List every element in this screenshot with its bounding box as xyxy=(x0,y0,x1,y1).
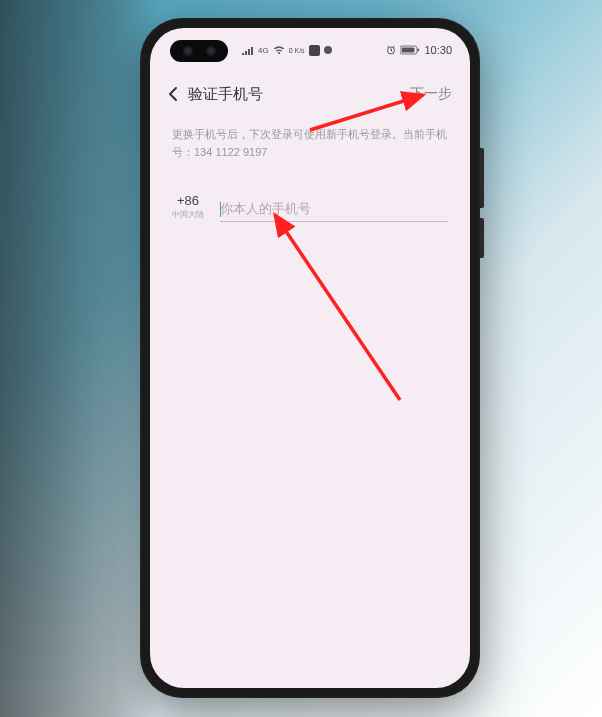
phone-input-wrap xyxy=(220,199,448,222)
next-button[interactable]: 下一步 xyxy=(410,85,452,103)
phone-frame: 4G 0 K/s 10:30 xyxy=(140,18,480,698)
battery-icon xyxy=(400,45,420,55)
description-text: 更换手机号后，下次登录可使用新手机号登录。当前手机 号：134 1122 919… xyxy=(172,126,448,161)
page-header: 验证手机号 下一步 xyxy=(150,72,470,116)
status-left: 4G 0 K/s xyxy=(242,45,332,56)
country-code-value: +86 xyxy=(177,193,199,208)
speed-label: 0 K/s xyxy=(289,47,305,54)
page-title: 验证手机号 xyxy=(188,85,263,104)
status-bar: 4G 0 K/s 10:30 xyxy=(150,38,470,62)
country-code-label: 中国大陆 xyxy=(172,209,204,220)
country-code-selector[interactable]: +86 中国大陆 xyxy=(172,193,204,222)
phone-side-button xyxy=(480,218,484,258)
input-cursor-icon xyxy=(220,202,221,217)
status-time: 10:30 xyxy=(424,44,452,56)
phone-side-button xyxy=(480,148,484,208)
status-right: 10:30 xyxy=(386,44,452,56)
svg-rect-2 xyxy=(402,48,415,53)
svg-rect-3 xyxy=(418,49,420,52)
wifi-icon xyxy=(273,45,285,55)
description-line: 更换手机号后，下次登录可使用新手机号登录。当前手机 xyxy=(172,126,448,144)
back-icon[interactable] xyxy=(168,86,178,102)
header-left: 验证手机号 xyxy=(168,85,263,104)
screen: 4G 0 K/s 10:30 xyxy=(150,28,470,688)
alarm-icon xyxy=(386,45,396,55)
hand-shadow xyxy=(0,0,160,717)
network-label: 4G xyxy=(258,46,269,55)
notification-dot-icon xyxy=(324,46,332,54)
app-icon xyxy=(309,45,320,56)
signal-icon xyxy=(242,45,254,55)
phone-input-row: +86 中国大陆 xyxy=(172,193,448,222)
phone-number-input[interactable] xyxy=(220,201,448,216)
description-line: 号：134 1122 9197 xyxy=(172,144,448,162)
